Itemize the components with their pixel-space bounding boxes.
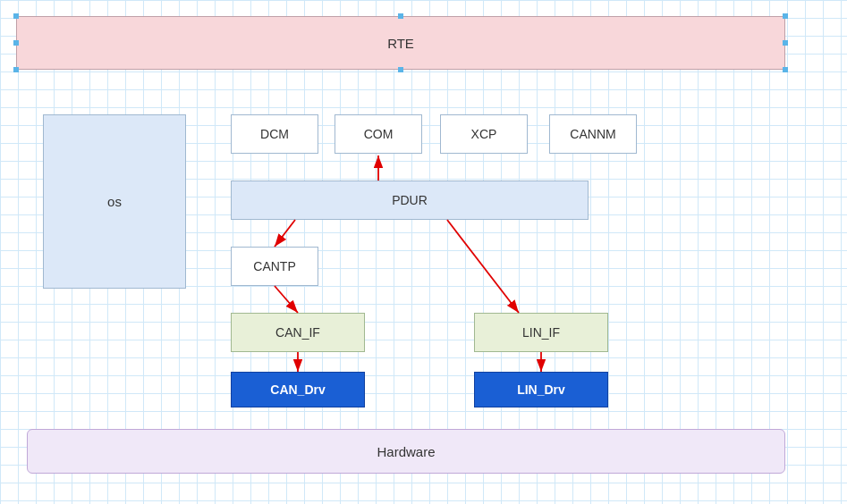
hardware-label: Hardware (377, 444, 435, 459)
pdur-box[interactable]: PDUR (231, 181, 589, 220)
com-box[interactable]: COM (335, 114, 422, 154)
rte-corner-br (783, 67, 788, 72)
rte-corner-tl (13, 13, 19, 19)
rte-box[interactable]: RTE (16, 16, 785, 70)
hardware-box[interactable]: Hardware (27, 429, 785, 474)
com-label: COM (364, 127, 394, 141)
rte-midpoint-left (13, 40, 19, 46)
os-label: os (107, 194, 122, 209)
candrv-label: CAN_Drv (270, 382, 325, 397)
linif-box[interactable]: LIN_IF (474, 313, 608, 352)
rte-corner-bl (13, 67, 19, 72)
architecture-diagram: RTE os DCM COM XCP CANNM PDUR CANTP CAN_… (0, 0, 847, 504)
rte-midpoint-bottom (398, 67, 403, 72)
svg-line-3 (275, 286, 298, 313)
canif-label: CAN_IF (275, 325, 320, 340)
svg-line-2 (275, 220, 295, 247)
xcp-label: XCP (471, 127, 497, 141)
cannm-label: CANNM (570, 127, 615, 141)
cannm-box[interactable]: CANNM (549, 114, 637, 154)
pdur-label: PDUR (392, 193, 428, 207)
candrv-box[interactable]: CAN_Drv (231, 372, 365, 407)
os-box[interactable]: os (43, 114, 186, 289)
rte-midpoint-right (783, 40, 788, 46)
rte-midpoint-top (398, 13, 403, 19)
rte-label: RTE (387, 36, 414, 51)
cantp-label: CANTP (253, 259, 295, 273)
svg-line-4 (447, 220, 519, 313)
cantp-box[interactable]: CANTP (231, 247, 318, 286)
linif-label: LIN_IF (522, 325, 560, 340)
lindrv-box[interactable]: LIN_Drv (474, 372, 608, 407)
dcm-box[interactable]: DCM (231, 114, 318, 154)
lindrv-label: LIN_Drv (517, 382, 565, 397)
dcm-label: DCM (260, 127, 289, 141)
canif-box[interactable]: CAN_IF (231, 313, 365, 352)
rte-corner-tr (783, 13, 788, 19)
xcp-box[interactable]: XCP (440, 114, 528, 154)
